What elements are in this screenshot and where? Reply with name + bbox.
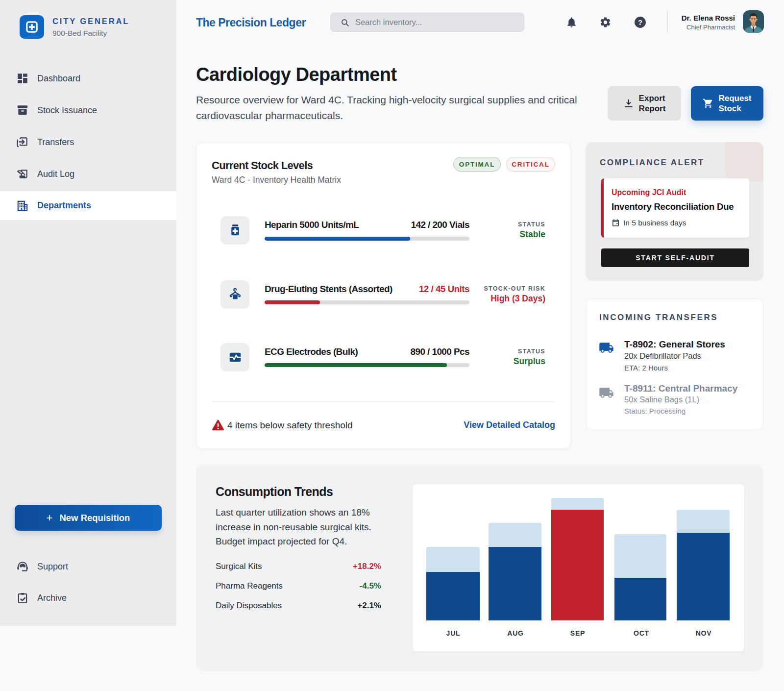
svg-text:?: ? — [638, 19, 642, 26]
